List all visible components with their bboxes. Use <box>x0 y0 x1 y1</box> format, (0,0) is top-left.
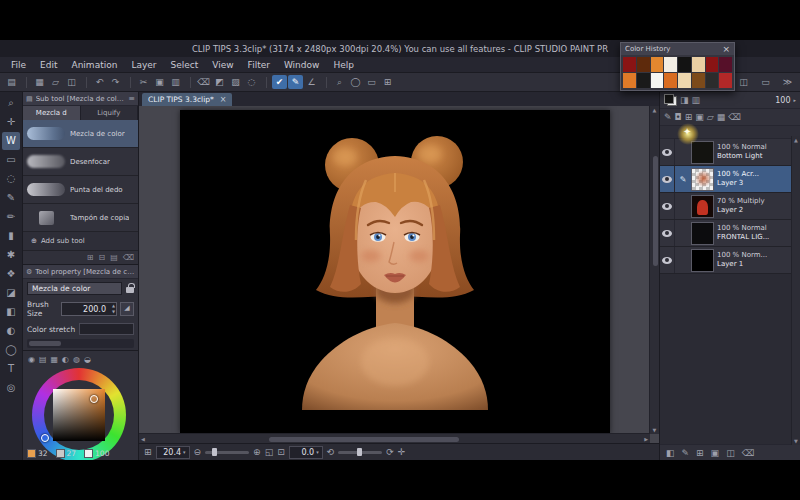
main-color-swatch[interactable] <box>664 94 674 104</box>
layer-thumbnail[interactable] <box>691 168 714 191</box>
paste-icon[interactable]: ▥ <box>168 75 183 89</box>
color-swatch[interactable] <box>623 57 636 72</box>
color-swatch[interactable] <box>623 73 636 88</box>
menu-select[interactable]: Select <box>163 60 205 70</box>
brush-size-input[interactable]: 200.0 ▲ ▼ <box>61 302 117 316</box>
hue-ring[interactable] <box>32 368 126 460</box>
color-swatch[interactable] <box>678 73 691 88</box>
eye-icon[interactable] <box>662 257 672 264</box>
rotate-left-icon[interactable]: ⟲ <box>327 447 335 457</box>
tab-close-icon[interactable]: × <box>220 95 227 104</box>
delete-layer-footer-icon[interactable]: ⌫ <box>742 446 755 460</box>
navigator-icon[interactable]: ⊞ <box>144 447 152 457</box>
slider-thumb[interactable] <box>357 448 362 456</box>
color-swatch[interactable] <box>678 57 691 72</box>
redo-icon[interactable]: ↷ <box>108 75 123 89</box>
subtool-desenfocar[interactable]: Desenfocar <box>23 148 138 176</box>
new-folder-footer-icon[interactable]: ▣ <box>711 446 720 460</box>
eyedropper-tool-icon[interactable]: ◎ <box>2 379 20 397</box>
color-swatch[interactable] <box>706 73 719 88</box>
color-swatch[interactable] <box>706 57 719 72</box>
layer-thumbnail[interactable] <box>691 141 714 164</box>
vertical-scrollbar[interactable]: ▲ ▼ <box>649 106 659 434</box>
horizontal-scrollbar[interactable]: ◀ ▶ <box>139 433 650 443</box>
fit-to-screen-icon[interactable]: ◱ <box>265 447 274 457</box>
show-all-groups-icon[interactable]: ⊞ <box>87 252 94 264</box>
cut-icon[interactable]: ✂ <box>136 75 151 89</box>
slider-thumb[interactable] <box>212 448 217 456</box>
merge-layers-icon[interactable]: ◫ <box>726 446 735 460</box>
layer-scroll-up-icon[interactable]: ▲ <box>794 137 798 143</box>
hide-palettes-icon[interactable]: ▭ <box>758 75 773 89</box>
new-file-icon[interactable]: ▦ <box>32 75 47 89</box>
scroll-up-icon[interactable]: ▲ <box>653 107 657 113</box>
add-subtool-button[interactable]: ⊕ Add sub tool <box>23 232 138 251</box>
canvas-artwork[interactable] <box>180 110 610 434</box>
layer-property-icon[interactable]: ◨ <box>680 93 689 107</box>
zoom-launcher-icon[interactable]: ⌕ <box>332 75 347 89</box>
selection-launcher-icon[interactable]: ▭ <box>364 75 379 89</box>
menu-animation[interactable]: Animation <box>65 60 125 70</box>
main-sub-color-swatches[interactable] <box>664 94 677 106</box>
menu-filter[interactable]: Filter <box>241 60 277 70</box>
color-swatch[interactable] <box>719 73 732 88</box>
color-swatch[interactable] <box>692 57 705 72</box>
color-history-titlebar[interactable]: Color History × <box>621 43 734 55</box>
invert-selection-icon[interactable]: ▨ <box>228 75 243 89</box>
brush-size-slider-button[interactable]: ◢ <box>120 302 134 316</box>
fill-tool-icon[interactable]: ◧ <box>2 303 20 321</box>
lock-transparent-pixels-icon[interactable]: ◘ <box>675 110 682 124</box>
subtool-panel-header[interactable]: ▤ Sub tool [Mezcla de color] ≡ <box>23 92 138 106</box>
layer-row-layer-3[interactable]: ✎100 % Acr...Layer 3 <box>660 166 800 193</box>
layer-row-layer-1[interactable]: 100 % Norm...Layer 1 <box>660 247 800 274</box>
color-stretch-dropdown[interactable] <box>79 323 134 335</box>
move-tool-icon[interactable]: ✛ <box>2 113 20 131</box>
delete-layer-icon[interactable]: ⌫ <box>728 110 741 124</box>
deselect-icon[interactable]: ◌ <box>244 75 259 89</box>
horizontal-scroll-thumb[interactable] <box>269 437 459 442</box>
fill-selection-icon[interactable]: ◩ <box>212 75 227 89</box>
collapse-right-panels-icon[interactable]: ≫ <box>780 75 795 89</box>
copy-icon[interactable]: ▣ <box>152 75 167 89</box>
color-slider-tab-icon[interactable]: ▤ <box>39 354 47 365</box>
rotation-angle[interactable]: 0.0▾ <box>289 446 323 459</box>
layer-thumbnail[interactable] <box>691 222 714 245</box>
snap-to-special-ruler-icon[interactable]: ✎ <box>288 75 303 89</box>
scroll-right-icon[interactable]: ▶ <box>644 436 648 442</box>
scroll-left-icon[interactable]: ◀ <box>141 436 145 442</box>
menu-window[interactable]: Window <box>277 60 327 70</box>
color-swatch[interactable] <box>719 57 732 72</box>
layer-thumbnail[interactable] <box>691 249 714 272</box>
color-swatch[interactable] <box>664 73 677 88</box>
new-folder-icon[interactable]: ▣ <box>695 110 704 124</box>
document-tab[interactable]: CLIP TIPS 3.3clip* × <box>142 93 232 106</box>
menu-layer[interactable]: Layer <box>124 60 163 70</box>
spinner-up-icon[interactable]: ▲ <box>112 304 115 308</box>
tool-property-header[interactable]: ⚙ Tool property [Mezcla de color] <box>23 265 138 279</box>
zoom-in-icon[interactable]: ⊕ <box>253 447 261 457</box>
blend-mode-icon[interactable]: ✎ <box>664 110 672 124</box>
color-swatch[interactable] <box>664 57 677 72</box>
open-file-icon[interactable]: ▱ <box>48 75 63 89</box>
reset-display-icon[interactable]: ✛ <box>398 447 406 457</box>
color-swatch[interactable] <box>692 73 705 88</box>
collapse-groups-icon[interactable]: ⊟ <box>98 252 105 264</box>
eraser-tool-icon[interactable]: ◪ <box>2 284 20 302</box>
airbrush-tool-icon[interactable]: ✱ <box>2 246 20 264</box>
selection-tool-icon[interactable]: ▭ <box>2 151 20 169</box>
rotate-right-icon[interactable]: ⟳ <box>386 447 394 457</box>
hue-marker[interactable] <box>41 434 49 442</box>
layer-search-icon[interactable]: ▥ <box>692 93 701 107</box>
menu-help[interactable]: Help <box>326 60 361 70</box>
intermediate-color-tab-icon[interactable]: ◐ <box>62 354 69 365</box>
new-layer-footer-icon[interactable]: ⊞ <box>696 446 704 460</box>
color-swatch[interactable] <box>651 57 664 72</box>
layer-row-layer-2[interactable]: 70 % MultiplyLayer 2 <box>660 193 800 220</box>
brush-tool-icon[interactable]: ▮ <box>2 227 20 245</box>
transfer-to-lower-layer-icon[interactable]: ◧ <box>666 446 675 460</box>
layer-panel-scrollbar[interactable]: ▲ ▼ <box>791 136 800 445</box>
delete-subtool-icon[interactable]: ⌫ <box>123 252 134 264</box>
spinner-down-icon[interactable]: ▼ <box>112 310 115 314</box>
tool-property-scrollbar[interactable] <box>27 339 134 348</box>
clip-to-layer-below-icon[interactable]: ▦ <box>717 110 726 124</box>
